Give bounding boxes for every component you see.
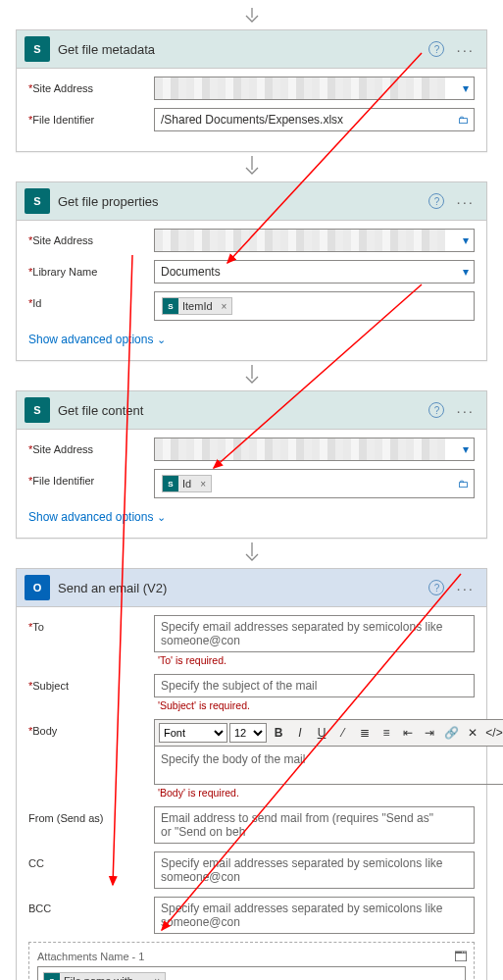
action-card-send-email: O Send an email (V2) ? ··· *To Specify e… <box>16 568 487 980</box>
action-card-get-file-metadata: S Get file metadata ? ··· *Site Address … <box>16 29 487 152</box>
field-label-site: *Site Address <box>28 438 146 455</box>
more-icon[interactable]: ··· <box>452 581 478 595</box>
flow-connector <box>4 361 499 390</box>
folder-icon[interactable]: 🗀 <box>458 114 469 126</box>
field-label-library: *Library Name <box>28 260 146 278</box>
sharepoint-icon: S <box>25 397 50 423</box>
file-identifier-input[interactable]: /Shared Documents/Expenses.xlsx <box>154 108 475 131</box>
more-icon[interactable]: ··· <box>452 194 478 209</box>
clear-icon[interactable]: ✕ <box>463 723 482 743</box>
card-title: Get file content <box>58 403 421 418</box>
email-subject-input[interactable]: Specify the subject of the mail <box>154 674 475 697</box>
email-from-input[interactable]: Email address to send mail from (require… <box>154 806 475 844</box>
flow-connector <box>4 539 499 568</box>
card-title: Get file metadata <box>58 42 421 57</box>
card-header[interactable]: S Get file content ? ··· <box>17 391 486 430</box>
numbered-list-icon[interactable]: ≡ <box>377 723 396 743</box>
sharepoint-icon: S <box>25 188 50 214</box>
validation-error: 'Body' is required. <box>158 787 503 799</box>
outlook-icon: O <box>25 575 50 600</box>
site-address-input[interactable] <box>154 77 475 100</box>
font-select[interactable]: Font <box>159 723 227 743</box>
show-advanced-link[interactable]: Show advanced options⌄ <box>28 329 166 348</box>
site-address-input[interactable] <box>154 438 475 461</box>
italic-icon[interactable]: I <box>290 723 310 743</box>
help-icon[interactable]: ? <box>428 402 444 418</box>
remove-token-icon[interactable]: × <box>149 974 165 981</box>
remove-token-icon[interactable]: × <box>217 299 232 314</box>
more-icon[interactable]: ··· <box>452 42 478 57</box>
remove-token-icon[interactable]: × <box>195 477 211 491</box>
rich-text-toolbar: Font 12 B I U ∕ ≣ ≡ ⇤ ⇥ 🔗 ✕ </> <box>154 719 503 746</box>
field-label-site: *Site Address <box>28 229 146 246</box>
field-label-file-id: *File Identifier <box>28 469 146 487</box>
dynamic-token-filename[interactable]: SFile name with ...× <box>43 972 166 980</box>
bullet-list-icon[interactable]: ≣ <box>355 723 375 743</box>
indent-icon[interactable]: ⇥ <box>420 723 439 743</box>
field-label-subject: *Subject <box>28 674 146 692</box>
id-input[interactable]: SItemId× <box>154 291 475 321</box>
validation-error: 'Subject' is required. <box>158 699 475 711</box>
field-label-cc: CC <box>28 851 146 869</box>
action-card-get-file-properties: S Get file properties ? ··· *Site Addres… <box>16 181 487 361</box>
email-body-input[interactable]: Specify the body of the mail <box>154 746 503 785</box>
field-label-bcc: BCC <box>28 897 146 914</box>
file-identifier-input[interactable]: SId× <box>154 469 475 498</box>
card-title: Send an email (V2) <box>58 581 421 595</box>
field-label-from: From (Send as) <box>28 806 146 824</box>
email-cc-input[interactable]: Specify email addresses separated by sem… <box>154 851 475 889</box>
site-address-input[interactable] <box>154 229 475 252</box>
attachments-section: 🗔 Attachments Name - 1 SFile name with .… <box>28 942 475 980</box>
validation-error: 'To' is required. <box>158 654 475 666</box>
switch-view-icon[interactable]: 🗔 <box>454 949 468 964</box>
field-label-id: *Id <box>28 291 146 309</box>
field-label-to: *To <box>28 615 146 633</box>
outdent-icon[interactable]: ⇤ <box>398 723 418 743</box>
link-icon[interactable]: 🔗 <box>441 723 461 743</box>
card-header[interactable]: S Get file metadata ? ··· <box>17 30 486 69</box>
more-icon[interactable]: ··· <box>452 403 478 418</box>
help-icon[interactable]: ? <box>428 41 444 57</box>
field-label-file-id: *File Identifier <box>28 108 146 126</box>
chevron-down-icon: ⌄ <box>157 511 166 524</box>
card-header[interactable]: O Send an email (V2) ? ··· <box>17 569 486 607</box>
flow-connector <box>4 4 499 29</box>
flow-connector <box>4 152 499 181</box>
email-bcc-input[interactable]: Specify email addresses separated by sem… <box>154 897 475 934</box>
field-label-site: *Site Address <box>28 77 146 94</box>
email-to-input[interactable]: Specify email addresses separated by sem… <box>154 615 475 652</box>
help-icon[interactable]: ? <box>428 580 444 595</box>
card-header[interactable]: S Get file properties ? ··· <box>17 182 486 221</box>
bold-icon[interactable]: B <box>269 723 288 743</box>
action-card-get-file-content: S Get file content ? ··· *Site Address ▾… <box>16 390 487 539</box>
attach-name-label: Attachments Name - 1 <box>37 951 466 962</box>
field-label-body: *Body <box>28 719 146 737</box>
code-view-icon[interactable]: </> <box>484 723 503 743</box>
sharepoint-icon: S <box>25 36 50 62</box>
font-size-select[interactable]: 12 <box>229 723 267 743</box>
library-name-input[interactable]: Documents <box>154 260 475 284</box>
dynamic-token-itemid[interactable]: SItemId× <box>162 297 232 315</box>
strike-icon[interactable]: ∕ <box>333 723 353 743</box>
dynamic-token-id[interactable]: SId× <box>162 475 212 492</box>
folder-icon[interactable]: 🗀 <box>458 478 469 490</box>
card-title: Get file properties <box>58 194 421 209</box>
attach-name-input[interactable]: SFile name with ...× <box>37 966 466 980</box>
help-icon[interactable]: ? <box>428 193 444 209</box>
show-advanced-link[interactable]: Show advanced options⌄ <box>28 506 166 526</box>
underline-icon[interactable]: U <box>312 723 331 743</box>
chevron-down-icon: ⌄ <box>157 334 166 346</box>
